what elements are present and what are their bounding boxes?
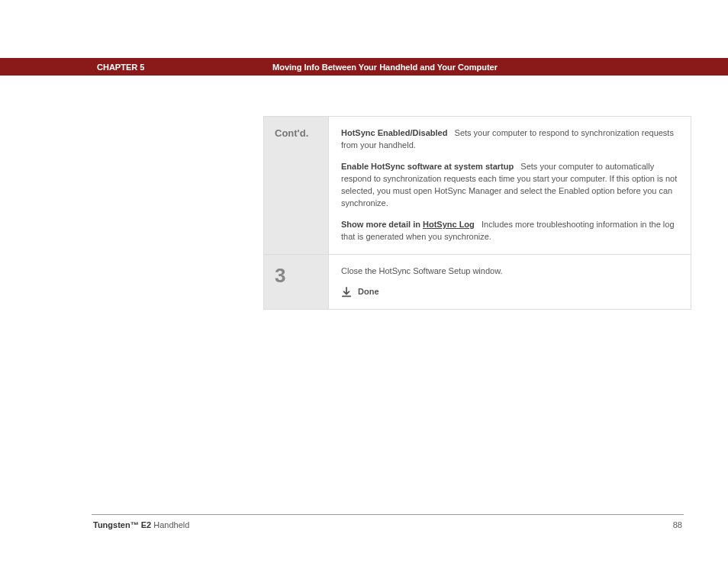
download-done-icon	[341, 287, 352, 298]
chapter-label: CHAPTER 5	[97, 63, 144, 72]
step-content-cell: HotSync Enabled/Disabled Sets your compu…	[328, 117, 691, 254]
option-title: Enable HotSync software at system startu…	[341, 162, 514, 171]
option-title: HotSync Enabled/Disabled	[341, 128, 447, 137]
option-hotsync-enabled: HotSync Enabled/Disabled Sets your compu…	[341, 127, 681, 152]
steps-table: Cont'd. HotSync Enabled/Disabled Sets yo…	[263, 116, 691, 310]
step-number: 3	[275, 264, 285, 287]
step-content-cell: Close the HotSync Software Setup window.…	[328, 255, 691, 310]
option-enable-startup: Enable HotSync software at system startu…	[341, 161, 681, 210]
footer-brand: Tungsten™ E2	[93, 520, 151, 529]
footer-page-number: 88	[673, 520, 682, 529]
hotsync-log-link[interactable]: HotSync Log	[423, 220, 475, 229]
done-indicator: Done	[341, 286, 681, 298]
footer-product: Tungsten™ E2 Handheld	[93, 520, 189, 529]
step-row-contd: Cont'd. HotSync Enabled/Disabled Sets yo…	[264, 117, 691, 255]
option-show-detail: Show more detail in HotSync Log Includes…	[341, 219, 681, 243]
footer-rule	[92, 514, 684, 515]
done-label: Done	[358, 286, 379, 298]
step-label-cell: Cont'd.	[264, 117, 328, 254]
chapter-title: Moving Info Between Your Handheld and Yo…	[272, 63, 498, 72]
footer-suffix: Handheld	[151, 520, 189, 529]
step-row-3: 3 Close the HotSync Software Setup windo…	[264, 255, 691, 310]
option-title-prefix: Show more detail in	[341, 220, 423, 229]
step-number-cell: 3	[264, 255, 328, 310]
step-instruction: Close the HotSync Software Setup window.	[341, 265, 681, 278]
chapter-header-bar: CHAPTER 5 Moving Info Between Your Handh…	[0, 58, 728, 76]
step-contd-label: Cont'd.	[275, 127, 308, 139]
